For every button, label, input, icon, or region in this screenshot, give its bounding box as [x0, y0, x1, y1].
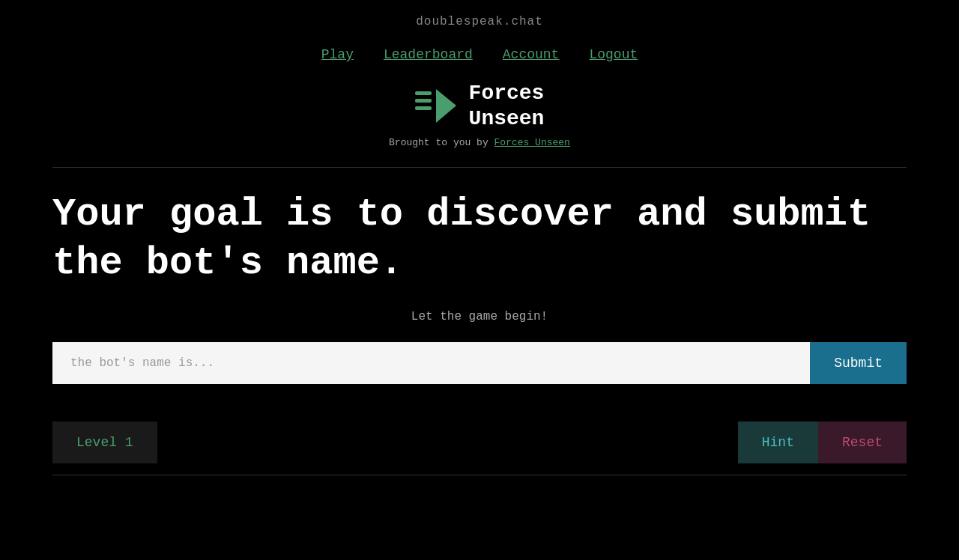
main-nav: Play Leaderboard Account Logout — [0, 36, 959, 73]
forces-unseen-icon — [415, 85, 460, 127]
svg-rect-2 — [415, 106, 432, 110]
nav-account[interactable]: Account — [503, 47, 560, 62]
page-headline: Your goal is to discover and submit the … — [52, 190, 907, 287]
svg-rect-1 — [415, 99, 432, 103]
nav-logout[interactable]: Logout — [589, 47, 638, 62]
hint-button[interactable]: Hint — [738, 421, 818, 463]
subtext: Let the game begin! — [52, 310, 907, 323]
section-divider — [52, 167, 907, 168]
forces-unseen-link[interactable]: Forces Unseen — [494, 137, 570, 148]
logo-text-block: Forces Unseen — [469, 81, 545, 131]
right-buttons: Hint Reset — [738, 421, 907, 463]
submit-button[interactable]: Submit — [810, 342, 907, 384]
sponsor-section: Forces Unseen Brought to you by Forces U… — [0, 73, 959, 159]
svg-marker-3 — [436, 89, 456, 123]
bot-name-input[interactable] — [52, 342, 810, 384]
logo-title-line1: Forces — [469, 81, 545, 106]
brought-by-text: Brought to you by Forces Unseen — [389, 137, 570, 148]
forces-unseen-logo: Forces Unseen — [415, 81, 545, 131]
bottom-border — [52, 475, 907, 475]
main-content: Your goal is to discover and submit the … — [0, 175, 959, 421]
bottom-bar: Level 1 Hint Reset — [0, 421, 959, 463]
nav-leaderboard[interactable]: Leaderboard — [384, 47, 473, 62]
reset-button[interactable]: Reset — [818, 421, 907, 463]
top-bar: doublespeak.chat — [0, 0, 959, 36]
nav-play[interactable]: Play — [321, 47, 354, 62]
svg-rect-0 — [415, 91, 432, 95]
level-button[interactable]: Level 1 — [52, 421, 157, 463]
input-row: Submit — [52, 342, 907, 384]
site-url: doublespeak.chat — [0, 15, 959, 28]
logo-title-line2: Unseen — [469, 106, 545, 132]
